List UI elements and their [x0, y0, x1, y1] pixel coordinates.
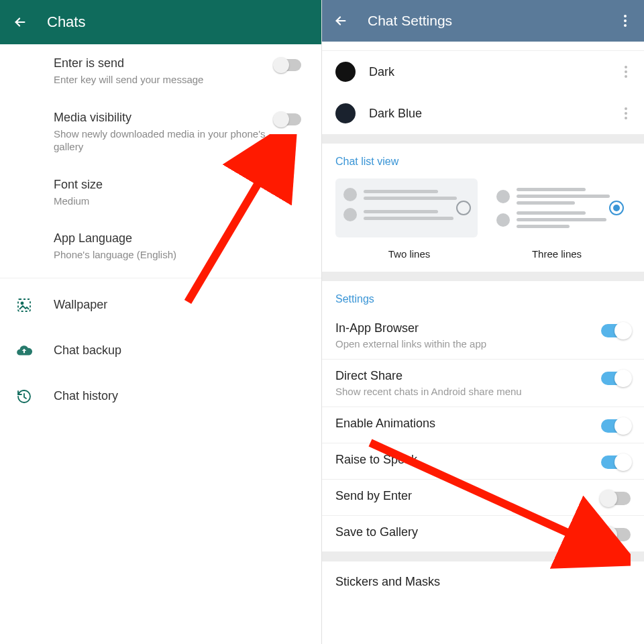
app-language-value: Phone's language (English): [54, 248, 294, 262]
telegram-chat-settings: Chat Settings Dark Dark Blue Chat list v…: [322, 0, 644, 644]
media-visibility-row[interactable]: Media visibility Show newly downloaded m…: [54, 99, 308, 166]
enter-is-send-toggle[interactable]: [274, 59, 301, 71]
save-to-gallery-label: Save to Gallery: [335, 525, 601, 539]
in-app-browser-toggle[interactable]: [601, 324, 631, 337]
theme-color-swatch: [335, 62, 356, 82]
in-app-browser-sub: Open external links within the app: [335, 338, 601, 350]
save-to-gallery-toggle[interactable]: [601, 528, 631, 541]
in-app-browser-label: In-App Browser: [335, 321, 601, 335]
theme-darkblue-label: Dark Blue: [369, 107, 621, 121]
cloud-upload-icon: [15, 341, 34, 360]
section-divider: [322, 134, 644, 144]
save-to-gallery-row[interactable]: Save to Gallery: [322, 516, 644, 552]
back-arrow-icon[interactable]: [12, 14, 28, 30]
media-visibility-toggle[interactable]: [274, 113, 301, 125]
font-size-value: Medium: [54, 195, 294, 208]
chat-list-view-options: [322, 174, 644, 241]
font-size-row[interactable]: Font size Medium: [54, 166, 308, 220]
enable-animations-label: Enable Animations: [335, 417, 601, 431]
direct-share-sub: Show recent chats in Android share menu: [335, 386, 601, 397]
chat-list-view-header: Chat list view: [322, 144, 644, 174]
wa-title: Chats: [47, 13, 85, 31]
send-by-enter-row[interactable]: Send by Enter: [322, 480, 644, 516]
more-menu-icon[interactable]: [617, 15, 633, 27]
theme-color-swatch: [335, 103, 356, 123]
enable-animations-row[interactable]: Enable Animations: [322, 407, 644, 443]
wa-settings-group: Enter is send Enter key will send your m…: [0, 44, 321, 274]
chat-backup-label: Chat backup: [54, 343, 121, 358]
three-lines-label: Three lines: [483, 248, 631, 260]
direct-share-toggle[interactable]: [601, 372, 631, 385]
divider: [0, 278, 321, 278]
enter-is-send-row[interactable]: Enter is send Enter key will send your m…: [54, 44, 308, 99]
theme-darkblue-row[interactable]: Dark Blue: [322, 93, 644, 134]
back-arrow-icon[interactable]: [333, 13, 349, 29]
wa-header: Chats: [0, 0, 321, 44]
more-dots-icon[interactable]: [621, 66, 631, 78]
whatsapp-chats-settings: Chats Enter is send Enter key will send …: [0, 0, 322, 644]
enter-is-send-label: Enter is send: [54, 56, 294, 70]
raise-to-speak-row[interactable]: Raise to Speak: [322, 443, 644, 480]
chat-backup-row[interactable]: Chat backup: [0, 328, 321, 374]
svg-point-1: [21, 302, 23, 304]
theme-dark-row[interactable]: Dark: [322, 51, 644, 93]
two-lines-label: Two lines: [335, 248, 483, 260]
radio-unselected-icon[interactable]: [456, 201, 471, 215]
tg-header: Chat Settings: [322, 0, 644, 42]
radio-selected-icon[interactable]: [609, 201, 624, 215]
font-size-label: Font size: [54, 178, 294, 192]
in-app-browser-row[interactable]: In-App Browser Open external links withi…: [322, 312, 644, 360]
section-divider: [322, 552, 644, 561]
more-dots-icon[interactable]: [621, 107, 631, 119]
theme-dark-label: Dark: [369, 65, 621, 79]
direct-share-label: Direct Share: [335, 369, 601, 383]
wallpaper-icon: [15, 296, 34, 315]
media-visibility-label: Media visibility: [54, 111, 294, 125]
enable-animations-toggle[interactable]: [601, 419, 631, 433]
wallpaper-label: Wallpaper: [54, 298, 107, 312]
send-by-enter-toggle[interactable]: [601, 492, 631, 505]
tg-title: Chat Settings: [368, 13, 617, 29]
enter-is-send-sub: Enter key will send your message: [54, 73, 294, 87]
app-language-row[interactable]: App Language Phone's language (English): [54, 219, 308, 274]
two-lines-option[interactable]: [335, 178, 478, 237]
stickers-and-masks-row[interactable]: Stickers and Masks: [322, 561, 644, 602]
settings-header: Settings: [322, 281, 644, 312]
three-lines-option[interactable]: [488, 178, 631, 237]
direct-share-row[interactable]: Direct Share Show recent chats in Androi…: [322, 360, 644, 407]
chat-history-row[interactable]: Chat history: [0, 374, 321, 419]
raise-to-speak-label: Raise to Speak: [335, 453, 601, 467]
wallpaper-row[interactable]: Wallpaper: [0, 282, 321, 328]
history-icon: [15, 387, 34, 406]
app-language-label: App Language: [54, 231, 294, 246]
section-divider: [322, 272, 644, 281]
chat-history-label: Chat history: [54, 389, 118, 403]
chat-list-captions: Two lines Three lines: [322, 241, 644, 272]
media-visibility-sub: Show newly downloaded media in your phon…: [54, 127, 294, 154]
spacer: [322, 42, 644, 51]
raise-to-speak-toggle[interactable]: [601, 455, 631, 469]
send-by-enter-label: Send by Enter: [335, 489, 601, 503]
